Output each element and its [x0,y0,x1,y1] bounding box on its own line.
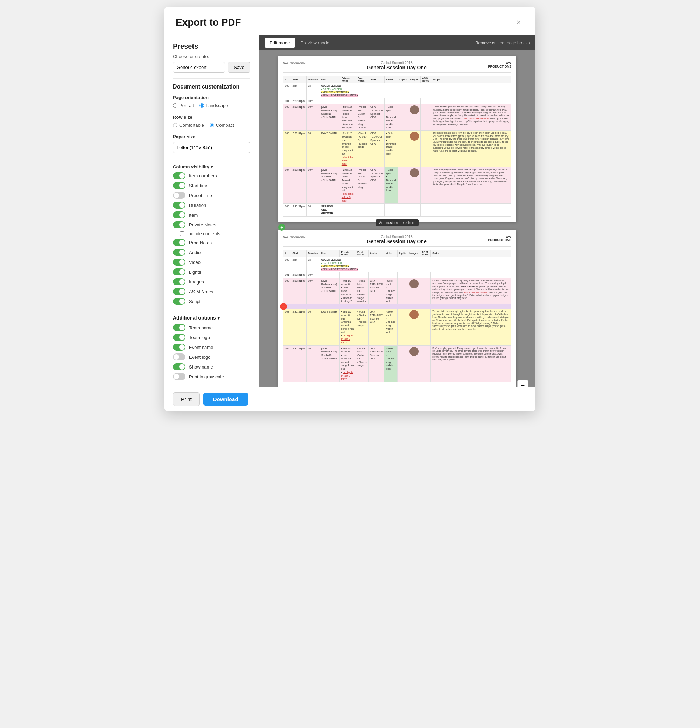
remove-break-button[interactable]: − [280,303,287,310]
sidebar: Presets Choose or create: Generic export… [165,35,259,411]
page-orientation-section: Page orientation Portrait Landscape [173,95,250,108]
preview-content[interactable]: xyz Productions Global Summit 2018 Gener… [259,51,535,409]
compact-radio[interactable]: Compact [210,123,234,128]
portrait-radio[interactable]: Portrait [173,103,194,108]
item-numbers-toggle[interactable] [173,172,186,179]
col-as-m-notes: AS M Notes [173,288,250,295]
table-row: 105 2:30:31pm 10m SESSION ONE - GROWTH [283,204,511,216]
show-name-toggle[interactable] [173,363,186,370]
preset-time-toggle[interactable] [173,192,186,199]
table-row: 101 2:20:31pm 10m [283,98,511,104]
event-name-toggle[interactable] [173,344,186,351]
row-size-section: Row size Comfortable Compact [173,114,250,128]
col-preset-time: Preset time [173,192,250,199]
table-row: 102 2:30:31pm 10m [Live Performance]Stud… [283,278,511,304]
col-private-notes: Private Notes [173,221,250,228]
pdf-page2-title-block: Global Summit 2018 General Session Day O… [367,235,426,244]
include-contents-checkbox[interactable]: Include contents [173,231,250,236]
col-duration: Duration [173,202,250,209]
table-row: 101 2:20:31pm 10m [283,272,511,278]
opt-team-name: Team name [173,324,250,331]
team-name-toggle[interactable] [173,324,186,331]
script-toggle[interactable] [173,298,186,305]
pdf-page2-main-title: General Session Day One [367,239,426,244]
pdf-main-title: General Session Day One [367,65,426,70]
doc-customization-title: Document customization [173,84,250,90]
col-start-time: Start time [173,182,250,189]
column-visibility-title[interactable]: Column visibility ▾ [173,164,250,169]
audio-toggle[interactable] [173,249,186,256]
video-toggle[interactable] [173,259,186,266]
opt-event-name: Event name [173,344,250,351]
event-logo-toggle[interactable] [173,354,186,361]
column-visibility-section: Column visibility ▾ Item numbers Start t… [173,164,250,305]
table-row: 104 2:30:31pm 10m [Live Performance]Stud… [283,345,511,382]
landscape-radio[interactable]: Landscape [199,103,228,108]
col-header-dur: Duration [306,76,320,83]
download-button[interactable]: Download [204,393,248,406]
prod-notes-toggle[interactable] [173,239,186,246]
start-time-toggle[interactable] [173,182,186,189]
col-header-pnotes: Private Notes [340,76,356,83]
mode-tabs: Edit mode Preview mode [265,38,334,48]
col-header-start: Start [291,76,306,83]
pdf-table: # Start Duration Item Private Notes Prod… [283,76,511,217]
row-size-group: Comfortable Compact [173,123,250,128]
col-header-video: Video [385,76,398,83]
images-toggle[interactable] [173,278,186,285]
bottom-bar: Print Download [165,387,535,411]
modal-title: Export to PDF [176,17,241,28]
paper-size-title: Paper size [173,134,250,139]
opt-grayscale: Print in grayscale [173,373,250,380]
pdf-page2-logo: xyzPRODUCTIONS [488,235,511,243]
edit-mode-tab[interactable]: Edit mode [265,38,295,48]
page-orientation-title: Page orientation [173,95,250,100]
export-modal: Export to PDF × Presets Choose or create… [165,7,535,411]
choose-create-label: Choose or create: [173,54,250,59]
chevron-down-icon-2: ▾ [217,315,220,321]
team-logo-toggle[interactable] [173,334,186,341]
pdf-company: xyz Productions [283,61,306,64]
pdf-table-2: # Start Duration Item Private Notes Prod… [283,250,511,382]
item-toggle[interactable] [173,211,186,218]
page-orientation-group: Portrait Landscape [173,103,250,108]
additional-options-title[interactable]: Additional options ▾ [173,315,250,321]
preset-row: Generic export Save [173,62,250,73]
preview-area: Edit mode Preview mode Remove custom pag… [259,35,535,411]
presets-title: Presets [173,42,250,51]
add-break-button[interactable]: + [278,224,285,231]
print-button[interactable]: Print [173,392,200,406]
preset-select[interactable]: Generic export [173,62,225,73]
paper-size-section: Paper size Letter (11" x 8.5") [173,134,250,158]
table-row: 103 2:30:31pm 10m DAVE SMITH • 2nd 1/2 o… [283,309,511,346]
remove-breaks-link[interactable]: Remove custom page breaks [475,40,530,45]
duration-toggle[interactable] [173,202,186,209]
col-header-num: # [283,76,291,83]
paper-size-select[interactable]: Letter (11" x 8.5") [173,142,250,153]
col-script: Script [173,298,250,305]
table-row-section-break: − [283,305,511,309]
grayscale-toggle[interactable] [173,373,186,380]
page-break-area[interactable]: Add custom break here + [278,227,516,228]
pdf-page2-header: xyz Productions Global Summit 2018 Gener… [283,235,511,247]
avatar-104 [410,168,419,178]
as-m-notes-toggle[interactable] [173,288,186,295]
save-preset-button[interactable]: Save [228,62,250,73]
close-button[interactable]: × [513,17,524,28]
table-row: 104 2:30:31pm 10m [Live Performance]Stud… [283,167,511,204]
col-item-numbers: Item numbers [173,172,250,179]
chevron-down-icon: ▾ [211,164,213,169]
col-images: Images [173,278,250,285]
avatar-p2-104 [410,347,419,356]
comfortable-radio[interactable]: Comfortable [173,123,204,128]
lights-toggle[interactable] [173,269,186,276]
private-notes-toggle[interactable] [173,221,186,228]
col-header-prodnotes: Prod Notes [356,76,369,83]
col-header-asmn: AS M Notes [421,76,431,83]
col-header-script: Script [431,76,511,83]
col-audio: Audio [173,249,250,256]
preview-mode-tab[interactable]: Preview mode [296,38,334,48]
preview-toolbar: Edit mode Preview mode Remove custom pag… [259,35,535,51]
pdf-page-header: xyz Productions Global Summit 2018 Gener… [283,61,511,73]
opt-show-name: Show name [173,363,250,370]
